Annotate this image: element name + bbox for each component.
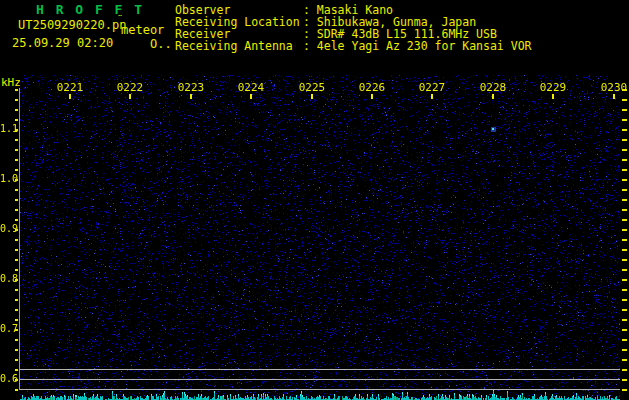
freq-minor-tick-right (622, 379, 627, 381)
observation-tag: meteor (121, 24, 164, 37)
freq-minor-tick-right (622, 339, 627, 341)
freq-minor-tick-right (622, 149, 627, 151)
freq-minor-tick-right (622, 239, 627, 241)
freq-minor-tick-left (15, 139, 18, 141)
freq-minor-tick-left (15, 209, 18, 211)
freq-minor-tick-left (15, 329, 18, 331)
freq-tick-label: 1.1 (0, 124, 16, 134)
app-title: H R O F F T (36, 3, 144, 17)
freq-minor-tick-left (15, 179, 18, 181)
freq-minor-tick-right (622, 179, 627, 181)
freq-minor-tick-left (15, 89, 18, 91)
freq-minor-tick-right (622, 159, 627, 161)
freq-minor-tick-right (622, 109, 627, 111)
freq-minor-tick-left (15, 359, 18, 361)
spectrogram-canvas (20, 75, 620, 400)
freq-minor-tick-left (15, 309, 18, 311)
freq-minor-tick-left (15, 229, 18, 231)
freq-minor-tick-right (622, 169, 627, 171)
y-axis-unit-label: kHz (1, 77, 21, 89)
freq-minor-tick-right (622, 359, 627, 361)
hrofft-window: H R O F F T UT2509290220.pn ¨ meteor 25.… (0, 0, 629, 400)
freq-tick-label: 0.9 (0, 224, 16, 234)
freq-minor-tick-right (622, 269, 627, 271)
freq-minor-tick-right (622, 259, 627, 261)
freq-minor-tick-left (15, 389, 18, 391)
freq-minor-tick-right (622, 309, 627, 311)
freq-tick-label: 1.0 (0, 174, 16, 184)
freq-minor-tick-right (622, 129, 627, 131)
freq-minor-tick-right (622, 199, 627, 201)
freq-minor-tick-left (15, 339, 18, 341)
freq-minor-tick-right (622, 139, 627, 141)
freq-minor-tick-right (622, 349, 627, 351)
freq-minor-tick-right (622, 389, 627, 391)
freq-minor-tick-left (15, 379, 18, 381)
freq-minor-tick-left (15, 159, 18, 161)
freq-minor-tick-right (622, 209, 627, 211)
freq-minor-tick-left (15, 189, 18, 191)
freq-minor-tick-left (15, 269, 18, 271)
freq-minor-tick-left (15, 169, 18, 171)
freq-minor-tick-left (15, 219, 18, 221)
echo-counter: O.. (150, 38, 172, 51)
freq-minor-tick-left (15, 249, 18, 251)
freq-tick-label: 0.7 (0, 324, 16, 334)
freq-minor-tick-left (15, 149, 18, 151)
field-value-antenna: : 4ele Yagi Az 230 for Kansai VOR (303, 40, 531, 52)
freq-minor-tick-right (622, 319, 627, 321)
freq-minor-tick-left (15, 129, 18, 131)
freq-minor-tick-right (622, 329, 627, 331)
freq-minor-tick-left (15, 109, 18, 111)
freq-minor-tick-right (622, 189, 627, 191)
freq-minor-tick-left (15, 349, 18, 351)
freq-minor-tick-left (15, 369, 18, 371)
freq-minor-tick-left (15, 319, 18, 321)
freq-minor-tick-right (622, 289, 627, 291)
freq-minor-tick-right (622, 229, 627, 231)
freq-minor-tick-right (622, 369, 627, 371)
freq-minor-tick-left (15, 119, 18, 121)
field-label-antenna: Receiving Antenna (175, 40, 293, 52)
observation-datetime: 25.09.29 02:20 (12, 37, 113, 50)
freq-minor-tick-right (622, 279, 627, 281)
freq-minor-tick-right (622, 299, 627, 301)
freq-minor-tick-right (622, 99, 627, 101)
freq-minor-tick-left (15, 289, 18, 291)
freq-minor-tick-left (15, 99, 18, 101)
output-filename: UT2509290220.pn (18, 19, 126, 32)
freq-minor-tick-left (15, 239, 18, 241)
freq-tick-label: 0.8 (0, 274, 16, 284)
freq-tick-label: 0.6 (0, 374, 16, 384)
freq-minor-tick-right (622, 219, 627, 221)
freq-minor-tick-right (622, 119, 627, 121)
freq-minor-tick-left (15, 299, 18, 301)
freq-minor-tick-left (15, 199, 18, 201)
y-axis-line (19, 88, 20, 390)
freq-minor-tick-right (622, 249, 627, 251)
freq-minor-tick-right (622, 89, 627, 91)
freq-minor-tick-left (15, 259, 18, 261)
freq-minor-tick-left (15, 279, 18, 281)
